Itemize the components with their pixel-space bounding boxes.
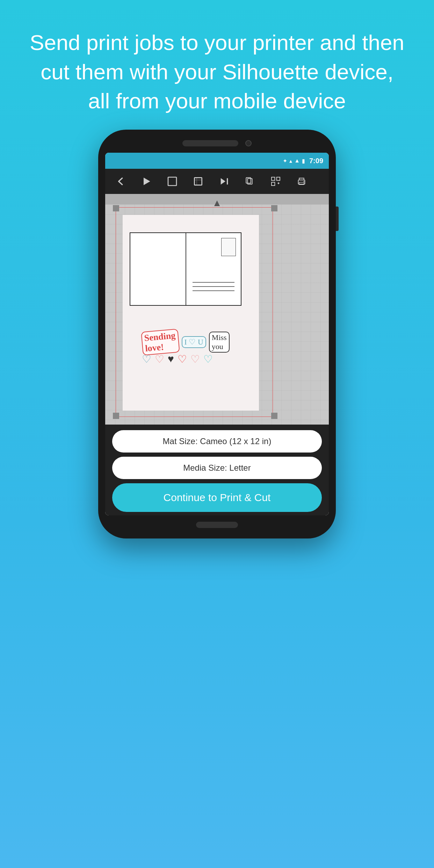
handle-bottom-left[interactable] (113, 413, 119, 419)
play-button[interactable] (134, 171, 159, 192)
select-button[interactable] (160, 171, 185, 192)
postcard-divider (186, 233, 186, 305)
heart-pink: ♡ (155, 353, 164, 365)
svg-rect-1 (194, 178, 202, 185)
status-time: 7:09 (309, 157, 323, 165)
toolbar (105, 169, 329, 194)
paper-area: Sendinglove! I ♡ U Missyou ♡ ♡ ♥ ♡ ♡ ♡ (123, 215, 259, 411)
bluetooth-icon: ✦ (283, 158, 287, 164)
skip-button[interactable] (211, 171, 237, 192)
grid-settings-button[interactable] (263, 171, 288, 192)
continue-print-cut-button[interactable]: Continue to Print & Cut (112, 483, 322, 512)
canvas-area: ▲ (105, 194, 329, 425)
layers-button[interactable] (237, 171, 262, 192)
heart-pink2: ♡ (190, 353, 200, 365)
phone-side-button (336, 207, 339, 231)
sticker-i-love-u: I ♡ U (182, 336, 206, 348)
heart-row: ♡ ♡ ♥ ♡ ♡ ♡ (142, 353, 268, 365)
postcard-lines (193, 282, 234, 295)
phone-screen: ✦ ▴ ▲ ▮ 7:09 (105, 153, 329, 515)
svg-rect-0 (168, 177, 176, 186)
back-button[interactable] (108, 171, 133, 192)
sticker-sending-love: Sendinglove! (141, 329, 180, 356)
postcard-stamp (221, 238, 236, 256)
heart-red: ♡ (178, 353, 187, 365)
handle-top-left[interactable] (113, 205, 119, 211)
hero-text: Send print jobs to your printer and then… (0, 0, 434, 130)
media-size-button[interactable]: Media Size: Letter (112, 457, 322, 479)
svg-rect-7 (272, 182, 275, 186)
sticker-miss-you: Missyou (209, 332, 230, 353)
handle-top-right[interactable] (271, 205, 277, 211)
postcard-line-3 (193, 290, 234, 291)
print-button[interactable] (289, 171, 314, 192)
svg-point-10 (303, 181, 304, 182)
svg-rect-5 (272, 177, 275, 180)
handle-bottom-right[interactable] (271, 413, 277, 419)
postcard-line-1 (193, 282, 234, 283)
status-icons: ✦ ▴ ▲ ▮ 7:09 (283, 157, 323, 165)
sticker-row: Sendinglove! I ♡ U Missyou (142, 330, 268, 354)
svg-rect-6 (277, 177, 280, 180)
phone-speaker (182, 140, 238, 146)
heart-blue: ♡ (142, 353, 151, 365)
signal-icon: ▲ (294, 158, 300, 164)
phone-bottom-bar (105, 522, 329, 528)
phone-home-button[interactable] (196, 522, 238, 528)
bottom-panel: Mat Size: Cameo (12 x 12 in) Media Size:… (105, 425, 329, 515)
svg-rect-2 (227, 178, 228, 185)
resize-button[interactable] (186, 171, 211, 192)
status-bar: ✦ ▴ ▲ ▮ 7:09 (105, 153, 329, 169)
postcard (130, 232, 241, 306)
phone-camera (245, 140, 252, 146)
postcard-line-2 (193, 286, 234, 287)
heart-black: ♥ (168, 353, 174, 365)
phone-device: ✦ ▴ ▲ ▮ 7:09 (98, 130, 336, 538)
mat-size-button[interactable]: Mat Size: Cameo (12 x 12 in) (112, 430, 322, 453)
heart-teal: ♡ (203, 353, 213, 365)
wifi-icon: ▴ (289, 158, 292, 164)
phone-top-bar (105, 140, 329, 146)
battery-icon: ▮ (302, 158, 305, 164)
